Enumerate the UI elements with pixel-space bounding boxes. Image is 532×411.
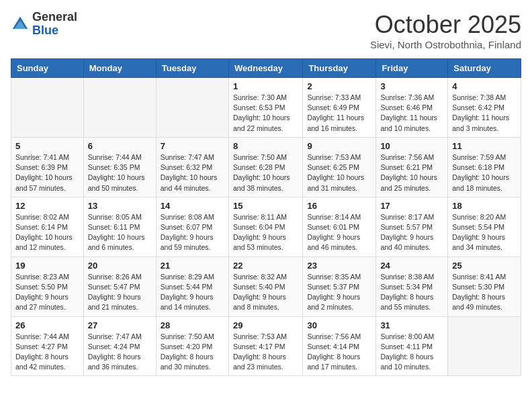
- day-number: 26: [15, 320, 79, 330]
- day-detail: Sunrise: 7:59 AMSunset: 6:18 PMDaylight:…: [452, 152, 517, 193]
- header-sunday: Sunday: [11, 59, 84, 78]
- logo-text: General Blue: [32, 11, 77, 38]
- calendar-header-row: Sunday Monday Tuesday Wednesday Thursday…: [11, 59, 521, 78]
- calendar-week-4: 19 Sunrise: 8:23 AMSunset: 5:50 PMDaylig…: [11, 257, 521, 316]
- day-number: 28: [161, 320, 224, 330]
- calendar-cell: [11, 78, 84, 138]
- day-detail: Sunrise: 7:41 AMSunset: 6:39 PMDaylight:…: [15, 152, 79, 193]
- day-detail: Sunrise: 8:20 AMSunset: 5:54 PMDaylight:…: [452, 212, 517, 253]
- calendar-cell: 26 Sunrise: 7:44 AMSunset: 4:27 PMDaylig…: [11, 316, 84, 376]
- calendar-cell: 19 Sunrise: 8:23 AMSunset: 5:50 PMDaylig…: [11, 257, 84, 316]
- day-number: 1: [233, 81, 298, 91]
- day-number: 24: [380, 261, 443, 271]
- calendar-cell: 11 Sunrise: 7:59 AMSunset: 6:18 PMDaylig…: [448, 137, 521, 197]
- header-thursday: Thursday: [303, 59, 376, 78]
- title-block: October 2025 Sievi, North Ostrobothnia, …: [370, 11, 521, 50]
- day-detail: Sunrise: 7:50 AMSunset: 4:20 PMDaylight:…: [161, 332, 224, 373]
- day-detail: Sunrise: 8:38 AMSunset: 5:34 PMDaylight:…: [380, 272, 443, 313]
- day-number: 25: [452, 261, 517, 271]
- calendar-cell: 9 Sunrise: 7:53 AMSunset: 6:25 PMDayligh…: [303, 137, 376, 197]
- logo: General Blue: [11, 11, 77, 38]
- location-title: Sievi, North Ostrobothnia, Finland: [370, 39, 521, 50]
- day-number: 17: [380, 201, 443, 211]
- day-number: 14: [161, 201, 224, 211]
- calendar-cell: [156, 78, 228, 138]
- calendar-table: Sunday Monday Tuesday Wednesday Thursday…: [11, 58, 521, 376]
- calendar-week-3: 12 Sunrise: 8:02 AMSunset: 6:14 PMDaylig…: [11, 197, 521, 257]
- day-number: 21: [161, 261, 224, 271]
- calendar-cell: 17 Sunrise: 8:17 AMSunset: 5:57 PMDaylig…: [376, 197, 448, 257]
- logo-icon: [11, 15, 30, 34]
- day-number: 22: [233, 261, 298, 271]
- day-detail: Sunrise: 8:29 AMSunset: 5:44 PMDaylight:…: [161, 272, 224, 313]
- calendar-cell: 5 Sunrise: 7:41 AMSunset: 6:39 PMDayligh…: [11, 137, 84, 197]
- day-number: 11: [452, 141, 517, 151]
- calendar-cell: 3 Sunrise: 7:36 AMSunset: 6:46 PMDayligh…: [376, 78, 448, 138]
- calendar-cell: 12 Sunrise: 8:02 AMSunset: 6:14 PMDaylig…: [11, 197, 84, 257]
- header-friday: Friday: [376, 59, 448, 78]
- logo-general-text: General: [32, 11, 77, 24]
- calendar-cell: 4 Sunrise: 7:38 AMSunset: 6:42 PMDayligh…: [448, 78, 521, 138]
- calendar-cell: 7 Sunrise: 7:47 AMSunset: 6:32 PMDayligh…: [156, 137, 228, 197]
- calendar-cell: [83, 78, 156, 138]
- day-number: 3: [380, 81, 443, 91]
- calendar-cell: 6 Sunrise: 7:44 AMSunset: 6:35 PMDayligh…: [83, 137, 156, 197]
- calendar-cell: 24 Sunrise: 8:38 AMSunset: 5:34 PMDaylig…: [376, 257, 448, 316]
- day-detail: Sunrise: 7:56 AMSunset: 4:14 PMDaylight:…: [307, 332, 371, 373]
- day-number: 6: [88, 141, 152, 151]
- day-detail: Sunrise: 7:53 AMSunset: 6:25 PMDaylight:…: [307, 152, 371, 193]
- day-detail: Sunrise: 7:36 AMSunset: 6:46 PMDaylight:…: [380, 93, 443, 134]
- calendar-week-2: 5 Sunrise: 7:41 AMSunset: 6:39 PMDayligh…: [11, 137, 521, 197]
- day-detail: Sunrise: 8:35 AMSunset: 5:37 PMDaylight:…: [307, 272, 371, 313]
- page-header: General Blue October 2025 Sievi, North O…: [11, 11, 521, 50]
- calendar-cell: 20 Sunrise: 8:26 AMSunset: 5:47 PMDaylig…: [83, 257, 156, 316]
- day-detail: Sunrise: 8:05 AMSunset: 6:11 PMDaylight:…: [88, 212, 152, 253]
- calendar-cell: 15 Sunrise: 8:11 AMSunset: 6:04 PMDaylig…: [228, 197, 302, 257]
- day-number: 2: [307, 81, 371, 91]
- calendar-cell: 1 Sunrise: 7:30 AMSunset: 6:53 PMDayligh…: [228, 78, 302, 138]
- day-number: 18: [452, 201, 517, 211]
- calendar-week-1: 1 Sunrise: 7:30 AMSunset: 6:53 PMDayligh…: [11, 78, 521, 138]
- day-number: 30: [307, 320, 371, 330]
- day-number: 27: [88, 320, 152, 330]
- calendar-cell: 8 Sunrise: 7:50 AMSunset: 6:28 PMDayligh…: [228, 137, 302, 197]
- calendar-cell: 13 Sunrise: 8:05 AMSunset: 6:11 PMDaylig…: [83, 197, 156, 257]
- calendar-cell: 2 Sunrise: 7:33 AMSunset: 6:49 PMDayligh…: [303, 78, 376, 138]
- calendar-cell: 23 Sunrise: 8:35 AMSunset: 5:37 PMDaylig…: [303, 257, 376, 316]
- day-detail: Sunrise: 8:00 AMSunset: 4:11 PMDaylight:…: [380, 332, 443, 373]
- day-detail: Sunrise: 8:08 AMSunset: 6:07 PMDaylight:…: [161, 212, 224, 253]
- calendar-cell: 16 Sunrise: 8:14 AMSunset: 6:01 PMDaylig…: [303, 197, 376, 257]
- day-number: 5: [15, 141, 79, 151]
- day-number: 20: [88, 261, 152, 271]
- day-number: 23: [307, 261, 371, 271]
- calendar-cell: 31 Sunrise: 8:00 AMSunset: 4:11 PMDaylig…: [376, 316, 448, 376]
- day-detail: Sunrise: 7:30 AMSunset: 6:53 PMDaylight:…: [233, 93, 298, 134]
- day-detail: Sunrise: 7:56 AMSunset: 6:21 PMDaylight:…: [380, 152, 443, 193]
- day-number: 8: [233, 141, 298, 151]
- header-monday: Monday: [83, 59, 156, 78]
- day-number: 9: [307, 141, 371, 151]
- day-number: 31: [380, 320, 443, 330]
- header-tuesday: Tuesday: [156, 59, 228, 78]
- header-wednesday: Wednesday: [228, 59, 302, 78]
- calendar-cell: 29 Sunrise: 7:53 AMSunset: 4:17 PMDaylig…: [228, 316, 302, 376]
- calendar-cell: [448, 316, 521, 376]
- day-number: 16: [307, 201, 371, 211]
- day-number: 29: [233, 320, 298, 330]
- day-detail: Sunrise: 7:47 AMSunset: 6:32 PMDaylight:…: [161, 152, 224, 193]
- header-saturday: Saturday: [448, 59, 521, 78]
- calendar-cell: 25 Sunrise: 8:41 AMSunset: 5:30 PMDaylig…: [448, 257, 521, 316]
- day-detail: Sunrise: 7:53 AMSunset: 4:17 PMDaylight:…: [233, 332, 298, 373]
- day-detail: Sunrise: 7:44 AMSunset: 6:35 PMDaylight:…: [88, 152, 152, 193]
- day-detail: Sunrise: 7:44 AMSunset: 4:27 PMDaylight:…: [15, 332, 79, 373]
- calendar-cell: 28 Sunrise: 7:50 AMSunset: 4:20 PMDaylig…: [156, 316, 228, 376]
- day-number: 15: [233, 201, 298, 211]
- day-detail: Sunrise: 8:23 AMSunset: 5:50 PMDaylight:…: [15, 272, 79, 313]
- calendar-cell: 21 Sunrise: 8:29 AMSunset: 5:44 PMDaylig…: [156, 257, 228, 316]
- day-detail: Sunrise: 7:33 AMSunset: 6:49 PMDaylight:…: [307, 93, 371, 134]
- day-detail: Sunrise: 8:26 AMSunset: 5:47 PMDaylight:…: [88, 272, 152, 313]
- day-detail: Sunrise: 7:47 AMSunset: 4:24 PMDaylight:…: [88, 332, 152, 373]
- calendar-cell: 18 Sunrise: 8:20 AMSunset: 5:54 PMDaylig…: [448, 197, 521, 257]
- day-number: 10: [380, 141, 443, 151]
- day-number: 7: [161, 141, 224, 151]
